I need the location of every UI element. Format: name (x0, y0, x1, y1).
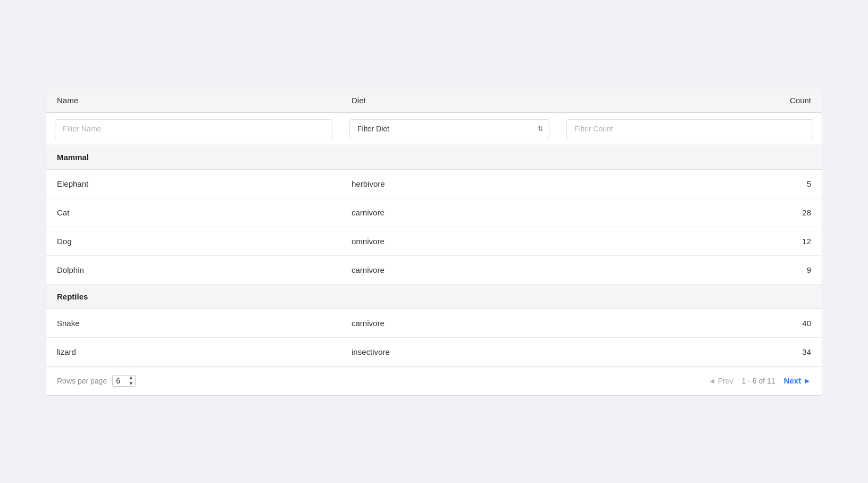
column-header-diet: Diet (341, 88, 558, 113)
rows-per-page-label: Rows per page (57, 377, 107, 385)
cell-diet: herbivore (341, 169, 558, 198)
filter-count-cell (558, 112, 822, 145)
cell-count: 28 (558, 198, 822, 227)
filter-diet-cell: Filter Diet herbivore carnivore omnivore… (341, 112, 558, 145)
column-header-count: Count (558, 88, 822, 113)
group-label: Mammal (46, 145, 822, 169)
table-row: Dogomnivore12 (46, 227, 822, 255)
cell-name: lizard (46, 337, 341, 366)
footer-cell: Rows per page 6 10 25 50 ▲▼ (46, 366, 822, 395)
prev-chevron-icon: ◄ (708, 377, 716, 385)
table-row: Dolphincarnivore9 (46, 255, 822, 284)
group-label: Reptiles (46, 284, 822, 309)
footer-content: Rows per page 6 10 25 50 ▲▼ (57, 375, 811, 387)
next-chevron-icon: ► (803, 376, 811, 385)
cell-diet: carnivore (341, 198, 558, 227)
rows-per-page-select[interactable]: 6 10 25 50 (112, 375, 136, 387)
footer-row: Rows per page 6 10 25 50 ▲▼ (46, 366, 822, 395)
cell-count: 9 (558, 255, 822, 284)
cell-diet: insectivore (341, 337, 558, 366)
group-row: Reptiles (46, 284, 822, 309)
filter-row: Filter Diet herbivore carnivore omnivore… (46, 112, 822, 145)
data-table: Name Diet Count Filter Diet her (46, 88, 822, 395)
cell-diet: carnivore (341, 309, 558, 337)
cell-count: 5 (558, 169, 822, 198)
table-row: Snakecarnivore40 (46, 309, 822, 337)
rows-per-page-control: Rows per page 6 10 25 50 ▲▼ (57, 375, 136, 387)
table-row: lizardinsectivore34 (46, 337, 822, 366)
pagination: ◄ Prev 1 - 6 of 11 Next ► (708, 376, 811, 385)
cell-count: 34 (558, 337, 822, 366)
rows-per-page-select-wrapper: 6 10 25 50 ▲▼ (112, 375, 136, 387)
table-body: MammalElephantherbivore5Catcarnivore28Do… (46, 145, 822, 366)
pagination-info: 1 - 6 of 11 (742, 377, 775, 385)
table-row: Catcarnivore28 (46, 198, 822, 227)
cell-name: Elephant (46, 169, 341, 198)
filter-name-input[interactable] (55, 119, 332, 138)
table-container: Name Diet Count Filter Diet her (46, 88, 822, 396)
table-row: Elephantherbivore5 (46, 169, 822, 198)
filter-diet-wrapper: Filter Diet herbivore carnivore omnivore… (349, 119, 549, 138)
cell-diet: omnivore (341, 227, 558, 255)
cell-name: Snake (46, 309, 341, 337)
group-row: Mammal (46, 145, 822, 169)
cell-name: Dog (46, 227, 341, 255)
cell-count: 40 (558, 309, 822, 337)
column-header-name: Name (46, 88, 341, 113)
cell-name: Cat (46, 198, 341, 227)
filter-count-input[interactable] (566, 119, 813, 138)
filter-diet-select[interactable]: Filter Diet herbivore carnivore omnivore… (349, 119, 549, 138)
header-row: Name Diet Count (46, 88, 822, 113)
filter-name-cell (46, 112, 341, 145)
cell-name: Dolphin (46, 255, 341, 284)
cell-count: 12 (558, 227, 822, 255)
next-button[interactable]: Next ► (784, 376, 811, 385)
prev-button: ◄ Prev (708, 377, 733, 385)
cell-diet: carnivore (341, 255, 558, 284)
